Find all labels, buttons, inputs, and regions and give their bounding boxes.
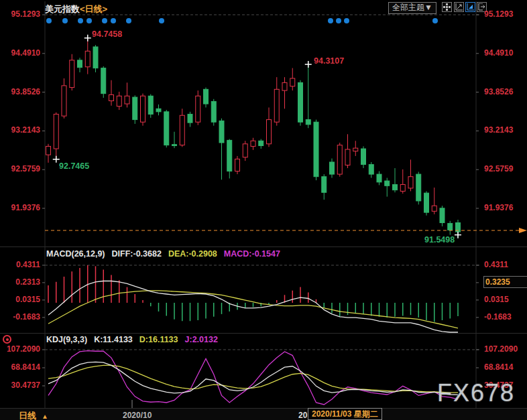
axis-zoom-active-icon[interactable] (465, 2, 475, 12)
themes-dropdown[interactable]: 全部主题▼ (388, 2, 436, 14)
event-dot-markers[interactable] (46, 18, 438, 23)
macd-series (48, 265, 458, 332)
chart-canvas (0, 0, 527, 420)
main-axis-right-3: 93.2143 (484, 125, 513, 135)
main-axis-right-0: 95.1293 (484, 9, 513, 19)
axis-ticks (42, 15, 479, 386)
macd-axis-left-3: -0.1683 (0, 312, 40, 322)
macd-dea-value: DEA:-0.2908 (168, 249, 217, 259)
watermark: FX678 (437, 379, 515, 407)
kdj-axis-left-2: 30.4737 (0, 380, 40, 390)
event-dot-icon (159, 18, 164, 23)
macd-diff-value: DIFF:-0.3682 (112, 249, 162, 259)
macd-axis-left-1: 0.2313 (0, 277, 40, 287)
kdj-name: KDJ(9,3,3) (46, 335, 87, 344)
kdj-k-value: K:11.4133 (94, 335, 133, 344)
symbol-name: 美元指数 (45, 4, 80, 14)
event-dot-icon (102, 18, 107, 23)
macd-value-badge: 0.3235 (483, 276, 527, 288)
kdj-axis-right-0: 107.2090 (484, 344, 518, 354)
event-dot-icon (336, 18, 341, 23)
event-dot-icon (328, 18, 333, 23)
candlestick-series (46, 38, 461, 238)
layout-grid-icon[interactable] (442, 2, 452, 12)
main-axis-left-4: 92.5759 (0, 164, 40, 173)
annotation-low-1: 92.7465 (59, 161, 89, 171)
macd-macd-value: MACD:-0.1547 (224, 249, 280, 259)
event-dot-icon (78, 18, 83, 23)
macd-name: MACD(26,12,9) (46, 249, 105, 259)
kdj-axis-left-1: 68.8414 (0, 362, 40, 372)
event-dot-icon (432, 18, 438, 23)
period-label: 日线 (19, 411, 36, 420)
trading-app-window: 美元指数<日线> 全部主题▼ 95.1293 94.4910 93.8526 9… (0, 0, 527, 420)
axis-zoom-icon[interactable] (454, 2, 464, 12)
macd-axis-left-2: 0.0315 (0, 295, 40, 304)
bottom-bar: 日线▲ 2020/10 20 2020/11/03 星期二 (0, 408, 527, 420)
annotation-high-2: 94.3107 (314, 56, 344, 66)
price-arrow-icon (519, 228, 527, 233)
indicator-settings-icon[interactable] (3, 335, 11, 344)
main-axis-left-5: 91.9376 (0, 203, 40, 212)
macd-axis-right-1: 0.0315 (484, 295, 509, 304)
month-label: 2020/10 (123, 411, 152, 420)
current-price-line (45, 228, 527, 233)
annotation-low-2: 91.5498 (424, 235, 455, 244)
period-tag: <日线> (80, 4, 107, 14)
main-axis-left-2: 93.8526 (0, 87, 40, 96)
main-axis-right-4: 92.5759 (484, 164, 513, 173)
macd-header: MACD(26,12,9)DIFF:-0.3682DEA:-0.2908MACD… (46, 249, 287, 259)
month-label-partial: 20 (298, 411, 307, 420)
macd-axis-right-2: -0.1683 (484, 312, 512, 322)
main-axis-left-1: 94.4910 (0, 48, 40, 58)
kdj-axis-left-0: 107.2090 (0, 344, 40, 354)
crosshair-markers (53, 35, 461, 238)
kdj-axis-right-1: 68.8414 (484, 362, 513, 372)
kdj-series (48, 351, 458, 405)
macd-axis-right-0: 0.4311 (484, 260, 508, 269)
cursor-date-label: 2020/11/03 星期二 (308, 408, 382, 420)
main-axis-right-2: 93.8526 (484, 87, 513, 96)
main-axis-left-0: 95.1293 (0, 9, 40, 19)
annotation-high-1: 94.7458 (92, 29, 122, 39)
main-axis-right-1: 94.4910 (484, 48, 513, 58)
event-dot-icon (111, 18, 116, 23)
event-dot-icon (86, 18, 92, 23)
kdj-d-value: D:16.1133 (139, 335, 178, 344)
period-selector[interactable]: 日线▲ (19, 410, 48, 420)
triangle-up-icon: ▲ (42, 413, 48, 420)
event-dot-icon (62, 18, 68, 23)
chart-title: 美元指数<日线> (45, 3, 107, 15)
kdj-header: KDJ(9,3,3)K:11.4133D:16.1133J:2.0132 (46, 335, 225, 344)
kdj-j-value: J:2.0132 (185, 335, 218, 344)
main-axis-right-5: 91.9376 (484, 203, 513, 212)
event-dot-icon (344, 18, 349, 23)
event-dot-icon (46, 18, 52, 23)
main-axis-left-3: 93.2143 (0, 125, 40, 135)
event-dot-icon (126, 18, 131, 23)
macd-axis-left-0: 0.4311 (0, 260, 40, 269)
